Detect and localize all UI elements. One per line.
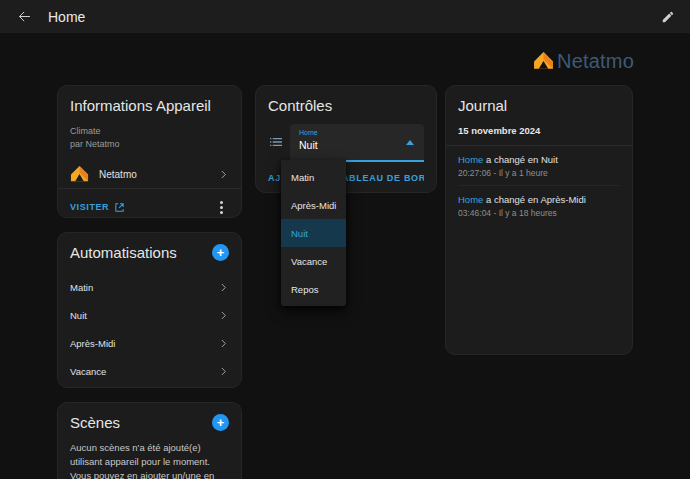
visit-link[interactable]: VISITER (70, 202, 125, 213)
chevron-right-icon (218, 169, 229, 180)
journal-date: 15 novembre 2024 (458, 125, 620, 136)
dropdown-option[interactable]: Nuit (281, 219, 346, 247)
scenes-empty-text: Aucun scènes n'a été ajouté(e) utilisant… (70, 441, 229, 479)
device-info-card: Informations Appareil Climate par Netatm… (57, 85, 242, 218)
automation-item[interactable]: Nuit (70, 301, 229, 329)
chevron-right-icon (218, 338, 229, 349)
journal-card: Journal 15 novembre 2024 Home a changé e… (445, 85, 633, 355)
dropdown-option[interactable]: Repos (281, 275, 346, 303)
dropdown-option[interactable]: Matin (281, 163, 346, 191)
netatmo-logo: Netatmo (533, 50, 634, 73)
scenes-title: Scènes (70, 414, 120, 431)
integration-row[interactable]: Netatmo (70, 160, 229, 188)
device-model: Climate (70, 125, 229, 138)
automation-item[interactable]: Vacance (70, 357, 229, 385)
caret-up-icon (406, 140, 414, 145)
page-title: Home (48, 9, 85, 25)
app-header: Home (0, 0, 690, 33)
arrow-left-icon (17, 9, 32, 24)
chevron-right-icon (218, 366, 229, 377)
list-icon (268, 134, 284, 150)
dropdown-option[interactable]: Après-Midi (281, 191, 346, 219)
pencil-icon (661, 10, 675, 24)
journal-entry-time: 20:27:06 - Il y a 1 heure (458, 168, 620, 178)
mode-select-label: Home (299, 129, 415, 136)
mode-dropdown-menu: Matin Après-Midi Nuit Vacance Repos (281, 160, 346, 306)
automations-title: Automatisations (70, 244, 177, 261)
add-scene-button[interactable]: + (212, 414, 229, 431)
journal-entry: Home a changé en Après-Midi 03:46:04 - I… (458, 185, 620, 225)
entity-link[interactable]: Home (458, 194, 483, 205)
device-page: Home Netatmo Informations Appareil Clima… (0, 0, 690, 479)
automation-item[interactable]: Matin (70, 273, 229, 301)
controls-title: Contrôles (268, 97, 424, 114)
scenes-card: Scènes + Aucun scènes n'a été ajouté(e) … (57, 402, 242, 479)
external-link-icon (114, 202, 125, 213)
device-info-title: Informations Appareil (70, 97, 229, 114)
dropdown-option[interactable]: Vacance (281, 247, 346, 275)
automation-item[interactable]: Après-Midi (70, 329, 229, 357)
netatmo-house-icon (533, 51, 554, 72)
journal-entry-time: 03:46:04 - Il y a 18 heures (458, 208, 620, 218)
journal-title: Journal (458, 97, 620, 114)
chevron-right-icon (218, 310, 229, 321)
journal-entry-text: a changé en Nuit (483, 154, 557, 165)
integration-label: Netatmo (99, 169, 218, 180)
journal-entry: Home a changé en Nuit 20:27:06 - Il y a … (458, 146, 620, 185)
add-automation-button[interactable]: + (212, 244, 229, 261)
more-options-button[interactable] (214, 197, 229, 218)
mode-select[interactable]: Home Nuit (290, 124, 424, 162)
mode-select-value: Nuit (299, 139, 415, 151)
automations-card: Automatisations + Matin Nuit Après-Midi … (57, 232, 242, 388)
edit-button[interactable] (646, 10, 690, 24)
back-button[interactable] (0, 9, 48, 24)
visit-label: VISITER (70, 202, 109, 212)
netatmo-wordmark: Netatmo (557, 50, 634, 73)
netatmo-house-icon (70, 165, 89, 184)
chevron-right-icon (218, 282, 229, 293)
entity-link[interactable]: Home (458, 154, 483, 165)
device-manufacturer: par Netatmo (70, 138, 229, 151)
divider (58, 188, 241, 189)
journal-entry-text: a changé en Après-Midi (483, 194, 585, 205)
